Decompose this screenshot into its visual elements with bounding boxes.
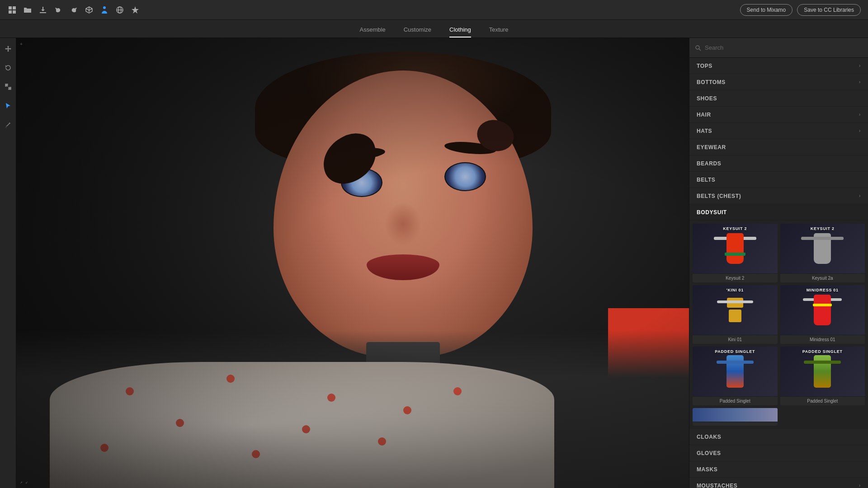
category-list: TOPS › BOTTOMS › SHOES HAIR › HATS › EYE…	[689, 58, 868, 488]
tab-texture[interactable]: Texture	[489, 23, 509, 38]
category-eyewear[interactable]: EYEWEAR	[689, 139, 868, 155]
folder-icon[interactable]	[23, 5, 33, 15]
download-icon[interactable]	[38, 5, 48, 15]
character-icon[interactable]	[99, 5, 109, 15]
padded2-label: PADDED SINGLET	[780, 349, 865, 354]
bodysuit-label[interactable]: BODYSUIT	[689, 204, 868, 221]
character-render-area: + ↗ ↙	[16, 38, 689, 488]
clothing-area	[16, 330, 689, 488]
save-to-cc-libraries-button[interactable]: Save to CC Libraries	[797, 4, 861, 16]
chevron-moustaches: ›	[859, 483, 861, 488]
right-clothing-panel: TOPS › BOTTOMS › SHOES HAIR › HATS › EYE…	[689, 38, 868, 488]
tab-customize[interactable]: Customize	[404, 23, 431, 38]
padded1-label: PADDED SINGLET	[693, 349, 778, 354]
category-cloaks[interactable]: CLOAKS	[689, 429, 868, 445]
thumb-keysuit2: KEYSUIT 2	[693, 224, 778, 273]
padded1-name: Padded Singlet	[693, 396, 778, 405]
chevron-belts-chest: ›	[859, 193, 861, 198]
partial-name	[693, 422, 778, 426]
select-tool[interactable]	[2, 99, 14, 112]
chevron-tops: ›	[859, 63, 861, 68]
category-hair[interactable]: HAIR ›	[689, 107, 868, 123]
clothing-item-padded2[interactable]: PADDED SINGLET Padded Singlet	[780, 347, 865, 405]
sphere-icon[interactable]	[115, 5, 125, 15]
star-icon[interactable]	[130, 5, 140, 15]
send-to-mixamo-button[interactable]: Send to Mixamo	[740, 4, 793, 16]
category-moustaches[interactable]: MOUSTACHES ›	[689, 478, 868, 488]
svg-marker-9	[132, 6, 139, 14]
cube-icon[interactable]	[84, 5, 94, 15]
thumb-padded1: PADDED SINGLET	[693, 347, 778, 396]
category-beards[interactable]: BEARDS	[689, 155, 868, 172]
search-input[interactable]	[705, 44, 863, 51]
category-gloves[interactable]: GLOVES	[689, 445, 868, 461]
left-toolbar	[0, 38, 16, 488]
corner-tl-indicator: +	[20, 42, 23, 47]
move-tool[interactable]	[2, 42, 14, 55]
keysuit2a-name: Keysuit 2a	[780, 273, 865, 282]
3d-viewport[interactable]: + ↗ ↙	[16, 38, 689, 488]
nose	[385, 202, 421, 245]
category-belts[interactable]: BELTS	[689, 172, 868, 188]
search-bar	[689, 38, 868, 58]
kini-label: 'KINI 01	[693, 288, 778, 292]
undo-icon[interactable]	[53, 5, 63, 15]
keysuit2a-label: KEYSUIT 2	[780, 226, 865, 231]
main-tabs: Assemble Customize Clothing Texture	[0, 20, 868, 38]
clothing-item-padded1[interactable]: PADDED SINGLET Padded Singlet	[693, 347, 778, 405]
tab-assemble[interactable]: Assemble	[360, 23, 386, 38]
chevron-bottoms: ›	[859, 80, 861, 84]
dress-white	[50, 362, 554, 488]
category-belts-chest[interactable]: BELTS (CHEST) ›	[689, 188, 868, 204]
topbar-tools	[7, 5, 140, 15]
svg-rect-1	[13, 6, 16, 9]
padded2-name: Padded Singlet	[780, 396, 865, 405]
topbar: Send to Mixamo Save to CC Libraries	[0, 0, 868, 20]
thumb-minidress: MINIDRESS 01	[780, 285, 865, 335]
thumb-keysuit2a: KEYSUIT 2	[780, 224, 865, 273]
category-shoes[interactable]: SHOES	[689, 90, 868, 107]
clothing-item-minidress[interactable]: MINIDRESS 01 Minidress 01	[780, 285, 865, 344]
corner-bl-indicator: ↗ ↙	[20, 479, 28, 484]
category-tops[interactable]: TOPS ›	[689, 58, 868, 74]
svg-rect-3	[13, 10, 16, 14]
main-content: + ↗ ↙ TOPS › BOTTOMS › SHOES HAIR	[0, 38, 868, 488]
bodysuit-grid: KEYSUIT 2 Keysuit 2	[689, 221, 868, 429]
keysuit2-label: KEYSUIT 2	[693, 226, 778, 231]
svg-point-10	[696, 46, 699, 49]
tab-clothing[interactable]: Clothing	[449, 23, 471, 38]
thumb-padded2: PADDED SINGLET	[780, 347, 865, 396]
category-bodysuit-expanded: BODYSUIT	[689, 204, 868, 429]
topbar-actions: Send to Mixamo Save to CC Libraries	[740, 4, 861, 16]
clothing-item-keysuit2a[interactable]: KEYSUIT 2 Keysuit 2a	[780, 224, 865, 282]
minidress-name: Minidress 01	[780, 335, 865, 344]
kini-name: Kini 01	[693, 335, 778, 344]
lips	[367, 254, 439, 280]
rotate-tool[interactable]	[2, 61, 14, 74]
svg-rect-2	[9, 10, 12, 14]
svg-line-11	[699, 49, 701, 51]
svg-rect-4	[40, 12, 46, 13]
chevron-hats: ›	[859, 128, 861, 133]
minidress-label: MINIDRESS 01	[780, 288, 865, 292]
search-icon	[695, 45, 701, 51]
paint-tool[interactable]	[2, 118, 14, 131]
category-bottoms[interactable]: BOTTOMS ›	[689, 74, 868, 90]
clothing-item-keysuit2[interactable]: KEYSUIT 2 Keysuit 2	[693, 224, 778, 282]
eye-right	[444, 162, 486, 191]
svg-rect-0	[9, 6, 12, 9]
thumb-kini: 'KINI 01	[693, 285, 778, 335]
category-masks[interactable]: MASKS	[689, 461, 868, 478]
redo-icon[interactable]	[69, 5, 79, 15]
category-hats[interactable]: HATS ›	[689, 123, 868, 139]
thumb-partial	[693, 408, 778, 422]
clothing-item-kini[interactable]: 'KINI 01 Kini 01	[693, 285, 778, 344]
scale-tool[interactable]	[2, 80, 14, 93]
grid-icon[interactable]	[7, 5, 17, 15]
chevron-hair: ›	[859, 112, 861, 117]
clothing-item-partial[interactable]	[693, 408, 778, 426]
svg-point-5	[103, 6, 106, 9]
keysuit2-name: Keysuit 2	[693, 273, 778, 282]
